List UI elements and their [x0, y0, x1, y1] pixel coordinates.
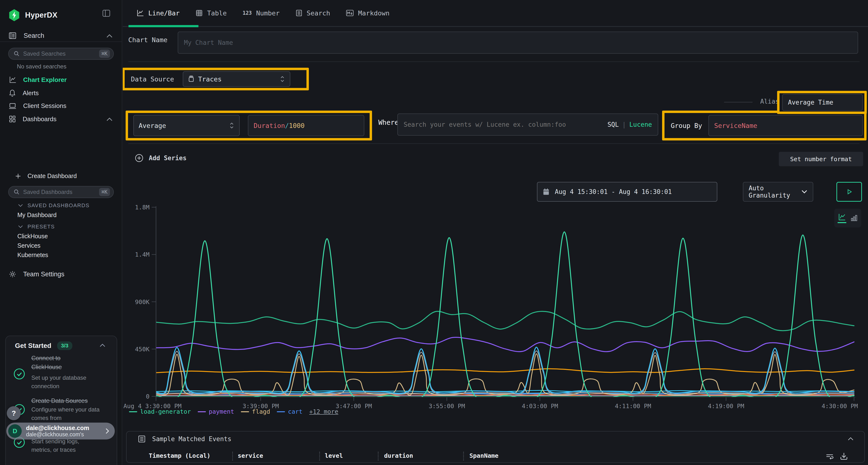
- saved-dashboards-search[interactable]: ⌘K: [8, 186, 114, 198]
- saved-searches-search[interactable]: ⌘K: [8, 48, 114, 60]
- chart-name-input[interactable]: [178, 32, 858, 54]
- data-source-value: Traces: [198, 75, 222, 83]
- group-by-input[interactable]: ServiceName: [708, 115, 863, 136]
- alias-label: Alias: [760, 98, 779, 105]
- legend-item[interactable]: flagd: [241, 408, 270, 415]
- column-resize-handle[interactable]: [463, 452, 464, 460]
- expression-operator-token: /: [285, 122, 289, 129]
- divider: [128, 61, 860, 62]
- get-started-collapse-chevron-icon[interactable]: [99, 343, 105, 347]
- add-series-button[interactable]: Add Series: [135, 154, 187, 162]
- sql-mode-button[interactable]: SQL: [607, 121, 619, 128]
- get-started-step1-subtitle: Set up your database connection: [31, 373, 112, 390]
- sidebar-item-client-sessions[interactable]: Client Sessions: [9, 102, 66, 110]
- gear-icon: [9, 270, 17, 278]
- where-label: Where: [378, 119, 399, 127]
- chevron-right-icon: [105, 427, 110, 435]
- legend-item[interactable]: load-generator: [129, 408, 191, 415]
- svg-text:3:55:00 PM: 3:55:00 PM: [429, 403, 465, 409]
- sidebar-item-my-dashboard[interactable]: My Dashboard: [18, 211, 57, 219]
- saved-dashboards-input[interactable]: [23, 189, 99, 195]
- legend-label: payment: [209, 408, 234, 415]
- data-source-select[interactable]: Traces: [183, 71, 290, 87]
- help-button[interactable]: ?: [7, 406, 21, 420]
- legend-item[interactable]: +12 more: [309, 408, 338, 415]
- collapse-section-chevron-icon[interactable]: [847, 437, 854, 441]
- search-collapse-chevron-icon[interactable]: [106, 34, 113, 38]
- sidebar-item-services[interactable]: Services: [18, 242, 40, 249]
- shortcut-badge: ⌘K: [99, 188, 110, 196]
- sidebar-item-chart-explorer[interactable]: Chart Explorer: [9, 76, 67, 84]
- tab-search[interactable]: Search: [296, 9, 330, 17]
- chart-type-tabs: Line/Bar Table 123 Number Search Markdow…: [123, 0, 868, 27]
- user-subtitle: dale@clickhouse.com's: [26, 431, 105, 437]
- tab-line-bar[interactable]: Line/Bar: [136, 9, 180, 17]
- legend-item[interactable]: cart: [277, 408, 302, 415]
- user-account-chip[interactable]: D dale@clickhouse.com dale@clickhouse.co…: [6, 423, 115, 439]
- search-section-label: Search: [24, 32, 44, 39]
- sidebar-item-team-settings[interactable]: Team Settings: [9, 270, 64, 278]
- sidebar-collapse-icon[interactable]: [102, 10, 111, 17]
- legend-label: load-generator: [140, 408, 191, 415]
- set-number-format-button[interactable]: Set number format: [779, 152, 863, 166]
- avatar: D: [8, 424, 22, 438]
- tab-markdown[interactable]: Markdown: [346, 9, 390, 17]
- legend-label: +12 more: [309, 408, 338, 415]
- sidebar-item-label: Dashboards: [23, 115, 56, 123]
- column-resize-handle[interactable]: [378, 452, 378, 460]
- dashboards-collapse-chevron-icon[interactable]: [106, 117, 113, 122]
- get-started-step3-subtitle: Start sending logs, metrics, or traces: [31, 437, 94, 454]
- date-range-value: Aug 4 15:30:01 - Aug 4 16:30:01: [555, 188, 672, 195]
- expression-input[interactable]: Duration/1000: [248, 115, 364, 136]
- legend-color-dash: [277, 411, 285, 412]
- svg-text:900K: 900K: [135, 299, 150, 305]
- column-resize-handle[interactable]: [319, 452, 320, 460]
- sidebar-item-kubernetes[interactable]: Kubernetes: [18, 252, 48, 259]
- tab-table[interactable]: Table: [195, 9, 227, 17]
- sidebar-item-label: Client Sessions: [23, 102, 66, 110]
- sample-events-header[interactable]: Sample Matched Events: [138, 435, 231, 443]
- search-section-header[interactable]: Search: [9, 32, 44, 39]
- presets-heading[interactable]: PRESETS: [18, 224, 55, 230]
- svg-text:1.4M: 1.4M: [135, 251, 150, 258]
- timeseries-chart[interactable]: 1.8M1.4M900K450K0Aug 4 3:30:00 PM3:39:00…: [123, 198, 868, 412]
- number-123-icon: 123: [243, 10, 252, 16]
- create-dashboard-button[interactable]: Create Dashboard: [15, 172, 77, 179]
- wrap-text-icon[interactable]: [825, 452, 834, 461]
- shortcut-badge: ⌘K: [99, 49, 110, 58]
- column-resize-handle[interactable]: [232, 452, 233, 460]
- divider: [0, 41, 122, 42]
- column-header-service: service: [238, 452, 263, 459]
- no-saved-searches-text: No saved searches: [17, 63, 66, 70]
- aggregation-highlight: Average Duration/1000: [126, 110, 372, 140]
- saved-searches-input[interactable]: [23, 51, 99, 57]
- app-title: HyperDX: [25, 11, 57, 20]
- saved-dashboards-heading[interactable]: SAVED DASHBOARDS: [18, 202, 89, 209]
- svg-text:4:30:00 PM: 4:30:00 PM: [822, 403, 858, 409]
- granularity-value: Auto Granularity: [749, 185, 801, 199]
- group-by-highlight: Group By ServiceName: [662, 110, 867, 140]
- bell-icon: [9, 89, 16, 97]
- alias-connector-line: [724, 102, 752, 102]
- lucene-mode-button[interactable]: Lucene: [629, 121, 652, 128]
- chevron-down-icon: [18, 204, 23, 207]
- tab-number[interactable]: 123 Number: [243, 9, 279, 17]
- expression-number-token: 1000: [289, 122, 305, 129]
- plus-circle-icon: [135, 154, 144, 162]
- svg-text:4:19:00 PM: 4:19:00 PM: [708, 403, 744, 409]
- alias-input[interactable]: Average Time: [782, 94, 863, 111]
- legend-label: flagd: [252, 408, 270, 415]
- svg-text:0: 0: [146, 393, 150, 400]
- legend-item[interactable]: payment: [198, 408, 234, 415]
- markdown-icon: [346, 10, 354, 16]
- aggregation-select[interactable]: Average: [133, 115, 240, 136]
- divider: [128, 143, 860, 144]
- sidebar-item-dashboards[interactable]: Dashboards: [9, 115, 56, 123]
- sidebar-item-clickhouse[interactable]: ClickHouse: [18, 233, 48, 240]
- sample-events-title: Sample Matched Events: [152, 435, 231, 442]
- where-input[interactable]: [404, 121, 607, 128]
- download-icon[interactable]: [839, 452, 848, 461]
- search-section-icon: [9, 32, 17, 39]
- sidebar-item-alerts[interactable]: Alerts: [9, 89, 38, 97]
- calendar-icon: [543, 188, 550, 195]
